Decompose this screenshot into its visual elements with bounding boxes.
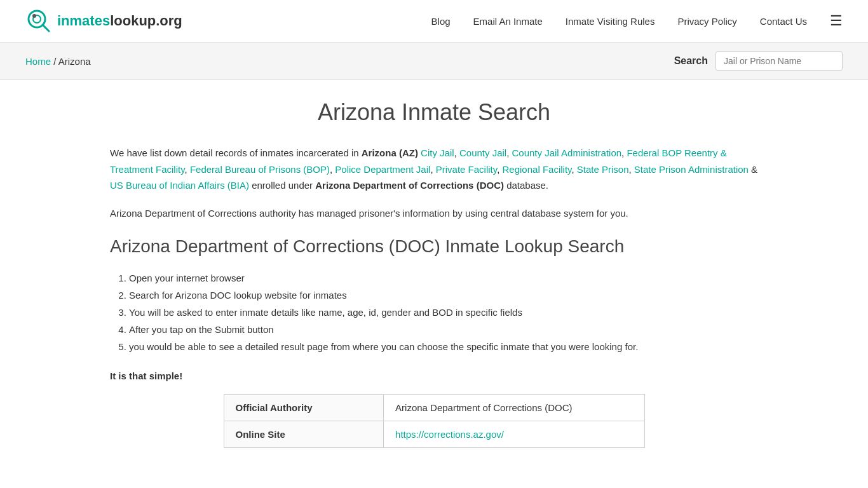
intro-suffix: database. (504, 180, 548, 191)
table-label-site: Online Site (224, 421, 384, 448)
simple-text: It is that simple! (110, 370, 758, 381)
breadcrumb-home[interactable]: Home (25, 56, 51, 67)
link-state-prison-admin[interactable]: State Prison Administration (634, 164, 749, 175)
breadcrumb-separator: / (53, 56, 58, 67)
table-label-authority: Official Authority (224, 395, 384, 421)
logo-text: inmateslookup.org (57, 13, 182, 29)
link-police-dept[interactable]: Police Department Jail (335, 164, 430, 175)
link-regional-facility[interactable]: Regional Facility (503, 164, 572, 175)
nav-blog[interactable]: Blog (431, 16, 451, 27)
search-label: Search (674, 55, 708, 67)
nav-privacy-policy[interactable]: Privacy Policy (677, 16, 736, 27)
step-4: After you tap on the Submit button (129, 321, 758, 338)
nav-contact-us[interactable]: Contact Us (760, 16, 807, 27)
logo-icon (25, 8, 52, 34)
step-1: Open your internet browser (129, 269, 758, 287)
link-federal-bureau[interactable]: Federal Bureau of Prisons (BOP) (190, 164, 330, 175)
table-row-site: Online Site https://corrections.az.gov/ (224, 421, 644, 448)
breadcrumb: Home / Arizona (25, 56, 91, 67)
link-us-bureau-indian[interactable]: US Bureau of Indian Affairs (BIA) (110, 180, 249, 191)
nav-visiting-rules[interactable]: Inmate Visiting Rules (566, 16, 655, 27)
main-nav: Blog Email An Inmate Inmate Visiting Rul… (431, 13, 843, 29)
search-area: Search (674, 51, 843, 71)
intro-state-bold: Arizona (AZ) (362, 147, 418, 158)
step-5: you would be able to see a detailed resu… (129, 338, 758, 355)
intro-paragraph: We have list down detail records of inma… (110, 145, 758, 194)
table-value-authority: Arizona Department of Corrections (DOC) (384, 395, 644, 421)
intro-prefix: We have list down detail records of inma… (110, 147, 362, 158)
info-table: Official Authority Arizona Department of… (224, 394, 645, 448)
page-title: Arizona Inmate Search (110, 99, 758, 126)
breadcrumb-bar: Home / Arizona Search (0, 43, 868, 80)
link-county-jail[interactable]: County Jail (459, 147, 506, 158)
link-city-jail[interactable]: City Jail (421, 147, 454, 158)
table-row-authority: Official Authority Arizona Department of… (224, 395, 644, 421)
svg-line-2 (43, 25, 49, 31)
body-paragraph: Arizona Department of Corrections author… (110, 205, 758, 222)
table-value-site: https://corrections.az.gov/ (384, 421, 644, 448)
step-2: Search for Arizona DOC lookup website fo… (129, 287, 758, 304)
search-input[interactable] (715, 51, 843, 71)
breadcrumb-current: Arizona (58, 56, 91, 67)
nav-email-inmate[interactable]: Email An Inmate (473, 16, 543, 27)
header: inmateslookup.org Blog Email An Inmate I… (0, 0, 868, 43)
hamburger-icon[interactable]: ☰ (830, 13, 843, 29)
link-corrections-site[interactable]: https://corrections.az.gov/ (395, 429, 504, 440)
link-county-jail-admin[interactable]: County Jail Administration (512, 147, 622, 158)
section-title: Arizona Department of Corrections (DOC) … (110, 236, 758, 257)
logo: inmateslookup.org (25, 8, 182, 34)
intro-doc-bold: Arizona Department of Corrections (DOC) (315, 180, 504, 191)
link-private-facility[interactable]: Private Facility (436, 164, 497, 175)
svg-point-3 (32, 14, 36, 18)
intro-mid-text: enrolled under (252, 180, 315, 191)
step-3: You will be asked to enter inmate detail… (129, 304, 758, 321)
link-state-prison[interactable]: State Prison (577, 164, 629, 175)
steps-list: Open your internet browser Search for Ar… (129, 269, 758, 355)
main-content: Arizona Inmate Search We have list down … (85, 80, 783, 467)
